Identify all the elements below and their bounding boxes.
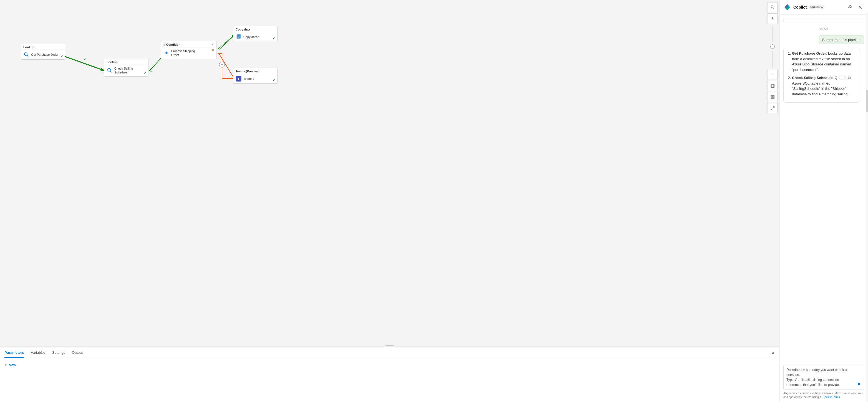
teams-node[interactable]: Teams (Preview) T Teams1 ✓ [233, 68, 278, 84]
lookup1-icon [23, 52, 29, 58]
grid-view-btn[interactable] [768, 92, 778, 102]
svg-rect-17 [237, 34, 241, 38]
copy-data-check: ✓ [273, 36, 276, 40]
send-icon [857, 382, 862, 386]
pin-icon [848, 5, 852, 9]
main-area: + ✓ ✓ ✕ Lookup Get Purchase Order ✓ [0, 0, 779, 402]
assistant-list-item-1: Get Purchase Order: Looks up data from a… [792, 51, 856, 72]
svg-point-13 [108, 68, 111, 71]
copilot-scrollbar-track[interactable] [866, 12, 868, 402]
panel-resize-handle[interactable] [384, 345, 395, 346]
tabs-bar: Parameters Variables Settings Output ∧ [0, 347, 779, 359]
close-copilot-btn[interactable] [856, 3, 864, 11]
copy-data-node[interactable]: Copy data Copy data2 ✓ [233, 26, 278, 42]
lookup2-check: ✓ [144, 71, 147, 75]
copilot-input-text: Describe the summary you want or ask a q… [786, 367, 854, 387]
canvas-toolbar: + − [766, 0, 779, 346]
copilot-title: Copilot [793, 5, 807, 9]
pin-copilot-btn[interactable] [846, 3, 854, 11]
teams-header: Teams (Preview) [234, 68, 277, 74]
plus-icon: + [4, 362, 7, 367]
close-icon [858, 5, 862, 9]
svg-line-14 [110, 71, 112, 72]
if-condition-node[interactable]: If Condition ⤢ Process ShippingOrder ✕ [161, 41, 216, 59]
fit-view-btn[interactable] [768, 81, 778, 91]
lookup-node-get-purchase-order[interactable]: Lookup Get Purchase Order ✓ [21, 44, 65, 60]
pipeline-connections: + ✓ ✓ ✕ [0, 0, 779, 346]
panel-content: + New [0, 359, 779, 402]
search-icon [771, 5, 774, 9]
new-parameter-btn[interactable]: + New [4, 362, 16, 367]
lookup-node-check-sailing-schedule[interactable]: Lookup Check Sailing Schedule ✓ [104, 59, 149, 76]
grid-icon [771, 95, 774, 99]
lookup2-icon [106, 67, 113, 73]
user-message: Summarize this pipeline [818, 35, 864, 44]
svg-point-20 [771, 6, 773, 8]
teams-label: Teams1 [243, 77, 254, 81]
tab-settings[interactable]: Settings [52, 348, 65, 358]
expand-icon [771, 106, 774, 110]
copilot-disclaimer: AI-generated content can have mistakes. … [783, 392, 864, 399]
lookup2-label: Check Sailing Schedule [114, 67, 146, 75]
copilot-scrollbar-thumb[interactable] [866, 90, 868, 112]
svg-text:✓: ✓ [84, 57, 87, 61]
lookup1-check: ✓ [61, 54, 64, 58]
if-condition-x: ✕ [212, 48, 215, 52]
svg-point-11 [24, 53, 27, 56]
expand-canvas-btn[interactable] [768, 103, 778, 113]
zoom-slider-thumb[interactable] [770, 44, 775, 49]
zoom-slider-track [773, 26, 773, 42]
svg-rect-24 [771, 95, 772, 97]
svg-line-21 [773, 8, 774, 9]
if-condition-activity-label: Process ShippingOrder [171, 49, 195, 57]
svg-text:✓: ✓ [150, 69, 153, 73]
copilot-header: Copilot PREVIEW [779, 0, 868, 15]
svg-rect-23 [771, 85, 774, 87]
lookup2-header: Lookup [104, 59, 148, 65]
review-terms-link[interactable]: Review Terms [823, 396, 840, 399]
collapse-panel-btn[interactable]: ∧ [771, 350, 775, 356]
copilot-input-box[interactable]: Describe the summary you want or ask a q… [783, 365, 864, 390]
copilot-preview-badge: PREVIEW [809, 5, 825, 9]
copilot-header-actions [846, 3, 864, 11]
pipeline-canvas: + ✓ ✓ ✕ Lookup Get Purchase Order ✓ [0, 0, 779, 346]
teams-icon: T [236, 76, 242, 82]
copy-data-header: Copy data [234, 26, 277, 32]
assistant-list-item-2: Check Sailing Schedule: Queries an Azure… [792, 75, 856, 97]
new-btn-label: New [9, 363, 16, 367]
zoom-out-btn[interactable]: − [768, 70, 778, 80]
lookup1-header: Lookup [21, 44, 65, 50]
copilot-logo-icon [783, 3, 791, 11]
item2-title: Check Sailing Schedule [792, 76, 833, 80]
search-toolbar-btn[interactable] [768, 2, 778, 12]
bottom-panel: Parameters Variables Settings Output ∧ +… [0, 346, 779, 402]
copilot-messages: 22:50 Summarize this pipeline Get Purcha… [779, 15, 868, 362]
tab-parameters[interactable]: Parameters [4, 348, 24, 358]
copilot-input-area: Describe the summary you want or ask a q… [779, 362, 868, 402]
previous-input-placeholder [783, 18, 864, 23]
zoom-in-btn[interactable]: + [768, 13, 778, 23]
lookup1-label: Get Purchase Order [31, 53, 58, 57]
tab-variables[interactable]: Variables [31, 348, 45, 358]
assistant-message-list: Get Purchase Order: Looks up data from a… [787, 51, 856, 97]
copilot-send-btn[interactable] [857, 382, 862, 387]
copy-data-icon [236, 34, 242, 40]
fit-view-icon [771, 84, 774, 88]
svg-rect-26 [771, 97, 772, 99]
svg-text:T: T [238, 77, 240, 81]
if-condition-header-label: If Condition [163, 43, 180, 46]
assistant-message: Get Purchase Order: Looks up data from a… [783, 48, 860, 103]
svg-line-12 [27, 55, 28, 57]
if-condition-expand-icon[interactable]: ⤢ [212, 43, 214, 46]
copy-data-label: Copy data2 [243, 35, 259, 39]
item1-title: Get Purchase Order [792, 51, 826, 56]
zoom-slider-track-2 [773, 51, 773, 68]
svg-rect-27 [773, 97, 774, 99]
message-timestamp: 22:50 [783, 28, 864, 31]
teams-check: ✓ [273, 78, 276, 82]
tab-output[interactable]: Output [72, 348, 83, 358]
copilot-panel: Copilot PREVIEW 22:50 Summarize this [779, 0, 868, 402]
svg-text:+: + [221, 62, 223, 67]
if-condition-icon [163, 50, 169, 56]
svg-rect-25 [773, 95, 774, 97]
